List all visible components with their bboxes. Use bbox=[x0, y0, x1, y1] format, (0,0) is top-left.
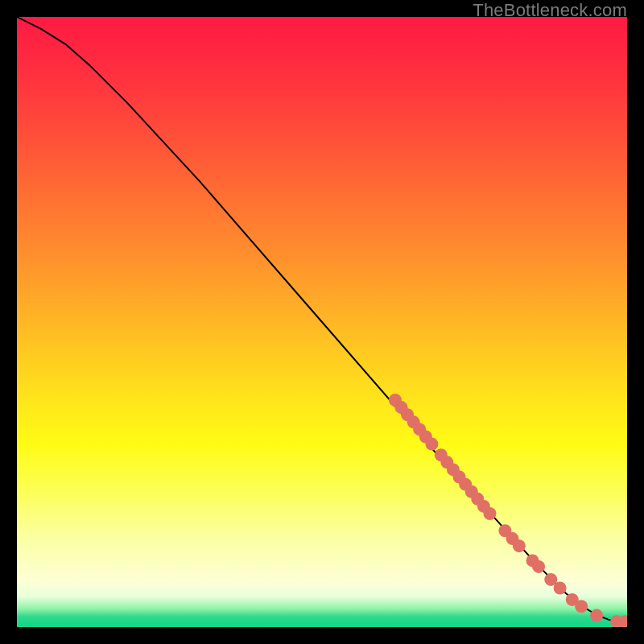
data-point bbox=[590, 609, 603, 622]
data-point bbox=[544, 573, 557, 586]
data-point bbox=[554, 581, 567, 594]
data-point bbox=[407, 415, 420, 428]
data-point bbox=[401, 408, 414, 421]
data-points bbox=[389, 394, 627, 627]
data-point bbox=[477, 500, 490, 513]
data-point bbox=[471, 493, 484, 506]
data-point bbox=[453, 471, 466, 484]
data-point bbox=[459, 478, 472, 491]
data-point bbox=[532, 560, 545, 573]
data-point bbox=[440, 456, 453, 469]
data-point bbox=[435, 448, 448, 461]
data-point bbox=[483, 507, 496, 520]
data-point bbox=[425, 438, 438, 451]
curve-layer bbox=[17, 17, 627, 627]
bottleneck-curve bbox=[17, 17, 627, 621]
data-point bbox=[575, 600, 588, 613]
data-point bbox=[526, 554, 539, 567]
data-point bbox=[419, 431, 432, 444]
data-point bbox=[566, 593, 579, 606]
data-point bbox=[498, 524, 511, 537]
data-point bbox=[610, 615, 623, 627]
data-point bbox=[465, 485, 478, 498]
data-point bbox=[447, 463, 460, 476]
plot-area bbox=[17, 17, 627, 627]
chart-frame: TheBottleneck.com bbox=[0, 0, 644, 644]
data-point bbox=[395, 401, 408, 414]
data-point bbox=[506, 532, 519, 545]
data-point bbox=[619, 615, 627, 627]
data-point bbox=[513, 539, 526, 552]
data-point bbox=[389, 394, 402, 407]
data-point bbox=[413, 423, 426, 436]
